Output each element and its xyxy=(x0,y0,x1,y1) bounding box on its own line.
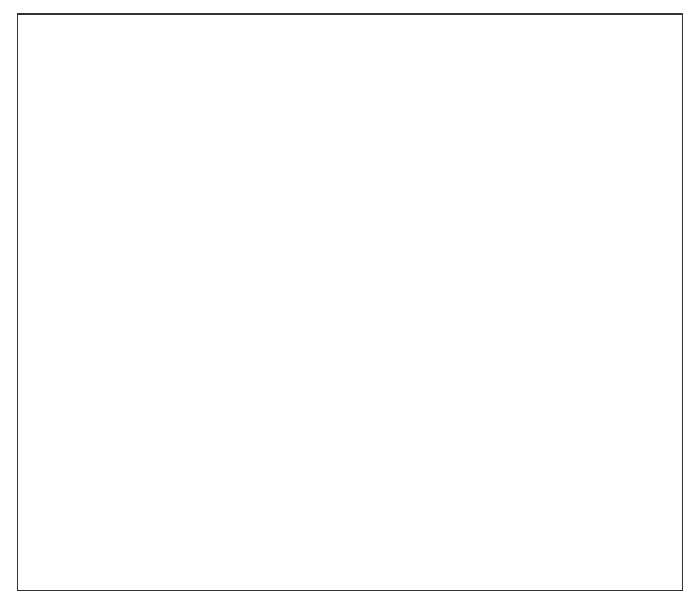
chart-container xyxy=(17,13,683,591)
org-chart xyxy=(30,45,672,578)
org-chart-svg xyxy=(30,45,672,578)
